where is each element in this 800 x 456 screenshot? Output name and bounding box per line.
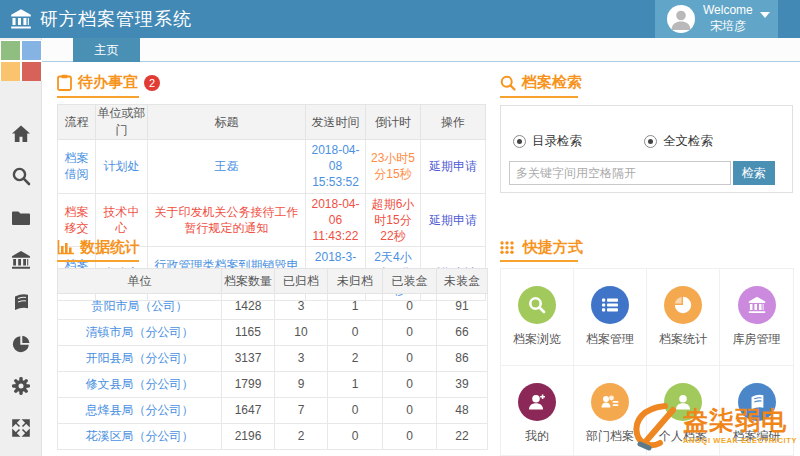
user-greeting: Welcome 宋培彦	[703, 3, 753, 34]
stat-value: 7	[275, 398, 328, 424]
stat-value: 0	[383, 294, 437, 320]
app-logo-bank-icon	[9, 7, 33, 35]
stat-value: 39	[437, 372, 488, 398]
stat-value: 1165	[222, 320, 275, 346]
stats-section-header: 数据统计	[57, 238, 140, 257]
app-screen: 研方档案管理系统 Welcome 宋培彦	[0, 0, 800, 456]
todo-action-link[interactable]: 延期申请	[421, 193, 486, 247]
shortcuts-underline	[500, 260, 578, 262]
list-icon	[591, 286, 629, 324]
stat-value: 2	[275, 424, 328, 450]
todo-col-action: 操作	[421, 105, 486, 140]
tab-bar: 主页	[42, 38, 800, 62]
stats-col-total: 档案数量	[222, 269, 275, 294]
stat-value: 3137	[222, 346, 275, 372]
stat-value: 1799	[222, 372, 275, 398]
sidebar-item-expand[interactable]	[10, 417, 32, 439]
table-row: 花溪区局（分公司） 2196 2 0 0 22	[58, 424, 488, 450]
search-icon	[518, 286, 556, 324]
shortcut-label: 档案管理	[586, 331, 634, 348]
search-button[interactable]: 检索	[733, 161, 775, 185]
sidebar-item-bank[interactable]	[10, 249, 32, 271]
stat-value: 3	[275, 346, 328, 372]
stat-value: 0	[328, 320, 383, 346]
stat-value: 1	[328, 372, 383, 398]
shortcut-label: 我的	[525, 428, 549, 445]
sidebar-item-search[interactable]	[10, 165, 32, 187]
sidebar-item-pie-chart[interactable]	[10, 333, 32, 355]
shortcut-label: 档案浏览	[513, 331, 561, 348]
todo-col-time: 发送时间	[306, 105, 366, 140]
stat-value: 3	[275, 294, 328, 320]
search-input[interactable]	[509, 161, 731, 185]
table-row: 开阳县局（分公司） 3137 3 2 0 86	[58, 346, 488, 372]
watermark-logo-icon	[627, 399, 681, 453]
sidebar-item-folder[interactable]	[10, 207, 32, 229]
todo-col-process: 流程	[58, 105, 96, 140]
todo-underline	[57, 96, 139, 98]
todo-col-countdown: 倒计时	[366, 105, 421, 140]
chevron-down-icon	[760, 12, 770, 18]
unit-link[interactable]: 花溪区局（分公司）	[58, 424, 222, 450]
sidebar-item-gear[interactable]	[10, 375, 32, 397]
stat-value: 10	[275, 320, 328, 346]
unit-link[interactable]: 开阳县局（分公司）	[58, 346, 222, 372]
todo-title-link[interactable]: 王磊	[148, 140, 306, 194]
shortcut-archive-manage[interactable]: 档案管理	[574, 269, 647, 366]
sidebar-item-home[interactable]	[10, 123, 32, 145]
search-panel: 目录检索 全文检索 检索	[500, 105, 793, 193]
todo-count-badge: 2	[144, 75, 160, 91]
table-row: 档案借阅 计划处 王磊 2018-04-08 15:53:52 23小时5分15…	[58, 140, 486, 194]
search-title: 档案检索	[522, 73, 582, 92]
sidebar	[0, 38, 42, 456]
stat-value: 66	[437, 320, 488, 346]
table-row: 息烽县局（分公司） 1647 7 0 0 48	[58, 398, 488, 424]
radio-icon	[513, 135, 526, 148]
todo-countdown: 23小时5分15秒	[366, 140, 421, 194]
stat-value: 86	[437, 346, 488, 372]
stat-value: 0	[383, 320, 437, 346]
clipboard-icon	[57, 74, 72, 91]
stat-value: 0	[383, 346, 437, 372]
search-underline	[500, 96, 578, 98]
user-plus-icon	[518, 383, 556, 421]
search-section-header: 档案检索	[500, 73, 582, 92]
todo-process: 档案借阅	[58, 140, 96, 194]
stats-col-unit: 单位	[58, 269, 222, 294]
stat-value: 0	[383, 372, 437, 398]
unit-link[interactable]: 贵阳市局（公司）	[58, 294, 222, 320]
fulltext-search-radio[interactable]: 全文检索	[644, 133, 713, 150]
sidebar-item-book[interactable]	[10, 291, 32, 313]
todo-dept: 计划处	[96, 140, 148, 194]
catalog-search-radio[interactable]: 目录检索	[513, 133, 582, 150]
todo-action-link[interactable]: 延期申请	[421, 140, 486, 194]
bar-chart-icon	[57, 240, 74, 255]
todo-time: 2018-04-08 15:53:52	[306, 140, 366, 194]
stat-value: 1647	[222, 398, 275, 424]
bank-icon	[738, 286, 776, 324]
app-title: 研方档案管理系统	[40, 0, 192, 38]
unit-link[interactable]: 息烽县局（分公司）	[58, 398, 222, 424]
unit-link[interactable]: 清镇市局（分公司）	[58, 320, 222, 346]
stat-value: 2196	[222, 424, 275, 450]
todo-time: 2018-04-06 11:43:22	[306, 193, 366, 247]
tab-home[interactable]: 主页	[73, 38, 140, 62]
sidebar-nav	[0, 123, 42, 439]
unit-link[interactable]: 修文县局（分公司）	[58, 372, 222, 398]
username-text: 宋培彦	[703, 19, 753, 35]
shortcut-warehouse-manage[interactable]: 库房管理	[720, 269, 793, 366]
pie-chart-icon	[664, 286, 702, 324]
welcome-text: Welcome	[703, 3, 753, 19]
shortcut-mine[interactable]: 我的	[501, 366, 574, 456]
stats-col-archived: 已归档	[275, 269, 328, 294]
shortcut-archive-browse[interactable]: 档案浏览	[501, 269, 574, 366]
todo-title-link[interactable]: 关于印发机关公务接待工作暂行规定的通知	[148, 193, 306, 247]
todo-section-header: 待办事宜 2	[57, 73, 160, 92]
user-menu[interactable]: Welcome 宋培彦	[655, 0, 778, 38]
stat-value: 9	[275, 372, 328, 398]
todo-col-dept: 单位或部门	[96, 105, 148, 140]
brand-squares-logo	[0, 40, 42, 81]
stat-value: 48	[437, 398, 488, 424]
stat-value: 0	[328, 424, 383, 450]
shortcut-archive-stats[interactable]: 档案统计	[647, 269, 720, 366]
